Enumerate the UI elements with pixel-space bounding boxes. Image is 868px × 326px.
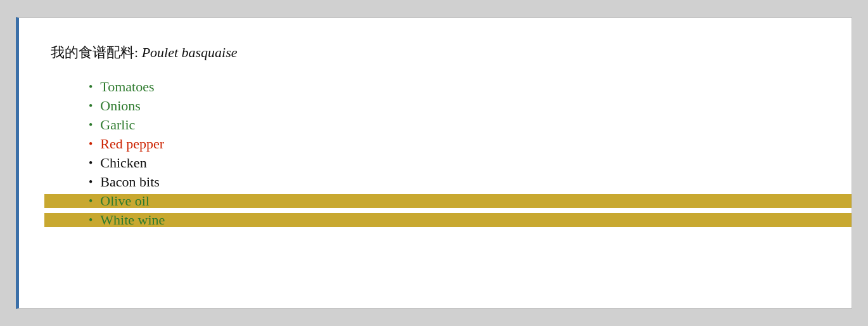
list-item: Chicken (89, 156, 820, 170)
list-item: Onions (89, 99, 820, 113)
content-card: 我的食谱配料: Poulet basquaise Tomatoes Onions… (16, 17, 852, 309)
list-item: Tomatoes (89, 80, 820, 94)
list-item-highlighted: Olive oil (44, 194, 852, 208)
list-item: Red pepper (89, 137, 820, 151)
page-title: 我的食谱配料: Poulet basquaise (51, 43, 820, 62)
list-item: Garlic (89, 118, 820, 132)
ingredients-list: Tomatoes Onions Garlic Red pepper Chicke… (51, 80, 820, 227)
recipe-name: Poulet basquaise (142, 44, 238, 60)
list-item: Bacon bits (89, 175, 820, 189)
title-prefix: 我的食谱配料: (51, 44, 142, 60)
page-container: 我的食谱配料: Poulet basquaise Tomatoes Onions… (0, 0, 868, 326)
list-item-highlighted: White wine (44, 213, 852, 227)
